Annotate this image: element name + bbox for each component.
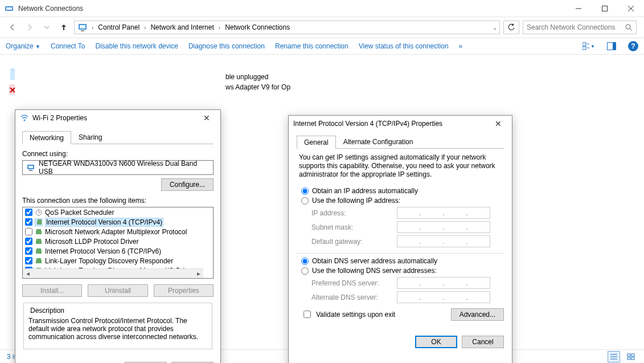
validate-checkbox[interactable]: [303, 311, 311, 318]
radio-auto-ip[interactable]: Obtain an IP address automatically: [301, 187, 504, 195]
svg-rect-37: [36, 258, 41, 260]
dialog-close-button[interactable]: ✕: [489, 116, 507, 132]
preview-pane-button[interactable]: [605, 40, 618, 52]
item-label: QoS Packet Scheduler: [45, 209, 114, 217]
svg-rect-12: [583, 47, 586, 50]
tab-sharing[interactable]: Sharing: [71, 130, 109, 144]
list-item[interactable]: QoS Packet Scheduler: [23, 207, 213, 217]
titlebar: Network Connections: [0, 0, 644, 17]
tab-general[interactable]: General: [297, 136, 336, 149]
wifi-icon: [20, 113, 29, 123]
crumb-control-panel[interactable]: Control Panel: [97, 23, 141, 31]
protocol-icon: [35, 238, 43, 246]
content-area: ble unplugged ws Adapter V9 for Op Wi-Fi…: [0, 55, 644, 349]
protocol-list[interactable]: QoS Packet SchedulerInternet Protocol Ve…: [22, 207, 214, 279]
description-box: Description Transmission Control Protoco…: [23, 303, 212, 349]
svg-rect-33: [36, 239, 41, 240]
svg-rect-31: [36, 229, 41, 231]
list-item[interactable]: Microsoft LLDP Protocol Driver: [23, 236, 213, 246]
tab-alternate-config[interactable]: Alternate Configuration: [336, 135, 421, 148]
view-status-button[interactable]: View status of this connection: [359, 42, 449, 50]
list-item[interactable]: Link-Layer Topology Discovery Responder: [23, 256, 213, 266]
radio-manual-dns[interactable]: Use the following DNS server addresses:: [301, 267, 504, 275]
radio-auto-dns[interactable]: Obtain DNS server address automatically: [301, 257, 504, 265]
svg-rect-35: [36, 248, 41, 250]
protocol-icon: [35, 257, 43, 265]
dialog-close-button[interactable]: ✕: [198, 110, 216, 126]
cancel-button[interactable]: Cancel: [462, 336, 504, 348]
tab-networking[interactable]: Networking: [22, 131, 71, 144]
horizontal-scrollbar[interactable]: ◂ ▸: [23, 268, 203, 278]
radio-manual-ip[interactable]: Use the following IP address:: [301, 197, 504, 205]
svg-rect-23: [28, 166, 33, 168]
protocol-icon: [35, 247, 43, 255]
chevron-right-icon: ›: [218, 25, 221, 31]
control-panel-icon: [78, 23, 87, 32]
adapter-name: NETGEAR WNDA3100v3 N600 Wireless Dual Ba…: [39, 160, 210, 176]
item-checkbox[interactable]: [25, 238, 32, 245]
list-item[interactable]: Internet Protocol Version 4 (TCP/IPv4): [23, 217, 213, 227]
organize-menu[interactable]: Organize ▼: [6, 42, 40, 50]
items-label: This connection uses the following items…: [22, 197, 214, 205]
disable-device-button[interactable]: Disable this network device: [95, 42, 178, 50]
install-button[interactable]: Install...: [22, 284, 82, 297]
ipv4-properties-dialog: Internet Protocol Version 4 (TCP/IPv4) P…: [288, 115, 512, 363]
list-item[interactable]: Internet Protocol Version 6 (TCP/IPv6): [23, 246, 213, 256]
scheduler-icon: [35, 209, 43, 217]
item-checkbox[interactable]: [25, 209, 32, 216]
item-checkbox[interactable]: [25, 247, 32, 255]
radio-auto-ip-input[interactable]: [301, 187, 309, 195]
description-text: Transmission Control Protocol/Internet P…: [28, 317, 207, 341]
minimize-button[interactable]: [565, 0, 592, 17]
obscured-items: [0, 66, 15, 100]
scroll-right-arrow[interactable]: ▸: [194, 269, 203, 279]
address-bar-row: › Control Panel › Network and Internet ›…: [0, 17, 644, 38]
maximize-button[interactable]: [592, 0, 618, 17]
breadcrumb[interactable]: › Control Panel › Network and Internet ›…: [74, 21, 500, 34]
list-item[interactable]: Microsoft Network Adapter Multiplexor Pr…: [23, 227, 213, 236]
item-checkbox[interactable]: [25, 257, 32, 264]
dialog-titlebar[interactable]: Wi-Fi 2 Properties ✕: [15, 110, 220, 126]
view-options-button[interactable]: ▼: [583, 40, 595, 52]
dialog-titlebar[interactable]: Internet Protocol Version 4 (TCP/IPv4) P…: [289, 116, 512, 132]
tabstrip: General Alternate Configuration: [297, 135, 504, 149]
item-checkbox[interactable]: [25, 228, 32, 235]
help-button[interactable]: ?: [628, 41, 638, 51]
dialog-title: Internet Protocol Version 4 (TCP/IPv4) P…: [293, 120, 442, 128]
rename-button[interactable]: Rename this connection: [275, 42, 348, 50]
details-view-button[interactable]: [608, 351, 620, 362]
item-checkbox[interactable]: [25, 218, 32, 226]
radio-auto-dns-input[interactable]: [301, 258, 309, 265]
window-title: Network Connections: [18, 5, 565, 13]
connect-to-button[interactable]: Connect To: [51, 42, 85, 50]
uninstall-button[interactable]: Uninstall: [88, 284, 147, 297]
configure-button[interactable]: Configure...: [161, 178, 214, 191]
overflow-chevrons[interactable]: »: [459, 42, 463, 50]
refresh-button[interactable]: [503, 21, 519, 34]
tabstrip: Networking Sharing: [22, 130, 214, 144]
crumb-network-connections[interactable]: Network Connections: [224, 23, 291, 31]
back-button[interactable]: [6, 21, 19, 34]
chevron-down-icon[interactable]: ⌄: [493, 25, 497, 31]
up-button[interactable]: [57, 21, 71, 34]
large-icons-view-button[interactable]: [625, 351, 637, 362]
chevron-right-icon: ›: [143, 25, 147, 31]
ok-button[interactable]: OK: [415, 336, 457, 348]
description-heading: Description: [28, 307, 66, 315]
preferred-dns-label: Preferred DNS server:: [311, 279, 397, 287]
close-button[interactable]: [618, 0, 644, 17]
advanced-button[interactable]: Advanced...: [451, 308, 504, 321]
svg-rect-11: [583, 43, 586, 46]
crumb-network-internet[interactable]: Network and Internet: [149, 23, 215, 31]
radio-manual-ip-input[interactable]: [301, 197, 309, 205]
radio-manual-dns-input[interactable]: [301, 267, 309, 275]
properties-button[interactable]: Properties: [154, 284, 214, 297]
adapter-field[interactable]: NETGEAR WNDA3100v3 N600 Wireless Dual Ba…: [22, 160, 214, 175]
preferred-dns-field: ...: [397, 277, 490, 289]
svg-rect-36: [36, 260, 42, 263]
forward-button[interactable]: [23, 21, 36, 34]
diagnose-button[interactable]: Diagnose this connection: [188, 42, 265, 50]
search-input[interactable]: Search Network Connections: [523, 21, 637, 34]
recent-dropdown[interactable]: [40, 21, 54, 34]
scroll-left-arrow[interactable]: ◂: [23, 269, 32, 279]
